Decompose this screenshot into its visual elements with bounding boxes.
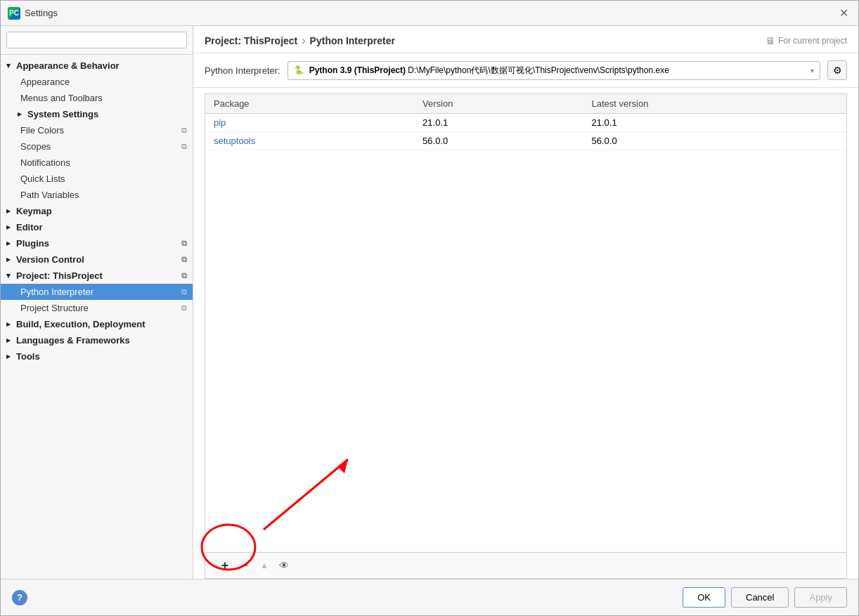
app-icon: PC [8,7,20,20]
package-version-setuptools: 56.0.0 [414,132,583,150]
sidebar-item-system-settings[interactable]: System Settings [1,106,193,122]
sidebar-item-languages-frameworks[interactable]: Languages & Frameworks [1,332,193,348]
table-row: pip 21.0.1 21.0.1 [205,114,846,132]
sidebar-item-keymap[interactable]: Keymap [1,203,193,219]
breadcrumb-page: Python Interpreter [310,35,395,46]
settings-window: PC Settings ✕ Appearance & Behavior Appe… [0,0,859,616]
package-link-pip[interactable]: pip [214,117,226,128]
package-link-setuptools[interactable]: setuptools [214,136,255,146]
apply-button[interactable]: Apply [794,587,847,608]
sidebar-item-version-control[interactable]: Version Control ⧉ [1,251,193,268]
main-content: Package Version Latest version pip 21.0.… [193,88,858,579]
sidebar-label-plugins: Plugins [16,238,49,249]
copy-icon-project-structure: ⧉ [181,303,187,313]
breadcrumb-separator: › [302,34,305,47]
sidebar-item-notifications[interactable]: Notifications [1,155,193,171]
package-latest-setuptools: 56.0.0 [583,132,846,150]
package-table: Package Version Latest version pip 21.0.… [205,94,846,150]
sidebar-item-build-execution[interactable]: Build, Execution, Deployment [1,316,193,332]
interpreter-label: Python Interpreter: [205,65,280,76]
bottom-right: OK Cancel Apply [683,587,847,608]
interpreter-select-text: Python 3.9 (ThisProject) D:\MyFile\pytho… [309,65,806,77]
package-name-pip: pip [205,114,414,132]
sidebar-item-menus-toolbars[interactable]: Menus and Toolbars [1,90,193,106]
help-button[interactable]: ? [12,590,27,605]
title-bar: PC Settings ✕ [1,1,858,26]
search-box [1,26,193,55]
sidebar-item-file-colors[interactable]: File Colors ⧉ [1,122,193,138]
sidebar-label-appearance-behavior: Appearance & Behavior [16,60,120,71]
package-version-pip: 21.0.1 [414,114,583,132]
cancel-button[interactable]: Cancel [731,587,789,608]
copy-icon-version-control: ⧉ [181,255,187,264]
chevron-down-icon: ▾ [810,67,814,74]
sidebar-item-plugins[interactable]: Plugins ⧉ [1,235,193,251]
nav-tree: Appearance & Behavior Appearance Menus a… [1,55,193,579]
sidebar-label-menus-toolbars: Menus and Toolbars [20,93,103,103]
col-package: Package [205,94,414,114]
add-package-button[interactable]: + [217,557,233,574]
panel-header: Project: ThisProject › Python Interprete… [193,26,858,53]
col-version: Version [414,94,583,114]
copy-icon-python-interpreter: ⧉ [181,287,187,296]
ok-button[interactable]: OK [683,587,725,608]
sidebar-label-build-execution: Build, Execution, Deployment [16,319,145,329]
sidebar-label-project-structure: Project Structure [20,303,89,313]
sidebar-label-file-colors: File Colors [20,125,64,136]
sidebar-label-scopes: Scopes [20,141,51,152]
copy-icon-scopes: ⧉ [181,142,187,151]
main-panel: Project: ThisProject › Python Interprete… [193,26,858,579]
close-button[interactable]: ✕ [837,5,851,21]
sidebar-label-project-thisproject: Project: ThisProject [16,270,103,281]
table-row: setuptools 56.0.0 56.0.0 [205,132,846,150]
sidebar-label-version-control: Version Control [16,254,84,265]
sidebar-label-path-variables: Path Variables [20,190,79,200]
search-input[interactable] [6,32,187,48]
sidebar-label-editor: Editor [16,222,43,232]
title-bar-left: PC Settings [8,7,58,20]
remove-package-button[interactable]: − [236,557,253,574]
sidebar-item-appearance[interactable]: Appearance [1,74,193,90]
sidebar-label-languages-frameworks: Languages & Frameworks [16,335,130,346]
python-icon: 🐍 [294,65,305,76]
package-name-setuptools: setuptools [205,132,414,150]
bottom-left: ? [12,590,27,605]
copy-icon-project: ⧉ [181,271,187,280]
sidebar-item-path-variables[interactable]: Path Variables [1,187,193,203]
sidebar-item-scopes[interactable]: Scopes ⧉ [1,138,193,155]
sidebar-item-tools[interactable]: Tools [1,348,193,365]
move-up-button[interactable]: ▲ [256,557,273,574]
sidebar-label-keymap: Keymap [16,206,52,216]
copy-icon-plugins: ⧉ [181,239,187,248]
interpreter-gear-button[interactable]: ⚙ [827,60,847,80]
table-header: Package Version Latest version [205,94,846,114]
sidebar-label-appearance: Appearance [20,77,70,87]
window-title: Settings [25,8,58,18]
table-body: pip 21.0.1 21.0.1 setuptools 56.0.0 5 [205,114,846,150]
sidebar-item-appearance-behavior[interactable]: Appearance & Behavior [1,58,193,74]
interpreter-row: Python Interpreter: 🐍 Python 3.9 (ThisPr… [193,53,858,88]
sidebar-item-editor[interactable]: Editor [1,219,193,235]
sidebar-item-project-thisproject[interactable]: Project: ThisProject ⧉ [1,268,193,284]
sidebar-item-python-interpreter[interactable]: Python Interpreter ⧉ [1,284,193,300]
eye-button[interactable]: 👁 [276,557,292,574]
table-toolbar: + − ▲ 👁 [205,553,847,579]
sidebar: Appearance & Behavior Appearance Menus a… [1,26,193,579]
content-area: Appearance & Behavior Appearance Menus a… [1,26,858,579]
package-table-container: Package Version Latest version pip 21.0.… [205,93,847,553]
sidebar-label-quick-lists: Quick Lists [20,173,65,184]
monitor-icon: 🖥 [766,35,775,46]
for-current-project: 🖥 For current project [766,35,847,46]
sidebar-item-quick-lists[interactable]: Quick Lists [1,171,193,187]
bottom-bar: ? OK Cancel Apply [1,579,858,615]
col-latest-version: Latest version [583,94,846,114]
package-latest-pip: 21.0.1 [583,114,846,132]
for-current-label: For current project [778,36,847,46]
breadcrumb-project: Project: ThisProject [205,35,297,46]
sidebar-item-project-structure[interactable]: Project Structure ⧉ [1,300,193,316]
interpreter-select[interactable]: 🐍 Python 3.9 (ThisProject) D:\MyFile\pyt… [288,61,820,80]
sidebar-label-python-interpreter: Python Interpreter [20,287,93,297]
sidebar-label-tools: Tools [16,351,40,362]
help-icon: ? [17,592,22,603]
copy-icon-file-colors: ⧉ [181,126,187,135]
